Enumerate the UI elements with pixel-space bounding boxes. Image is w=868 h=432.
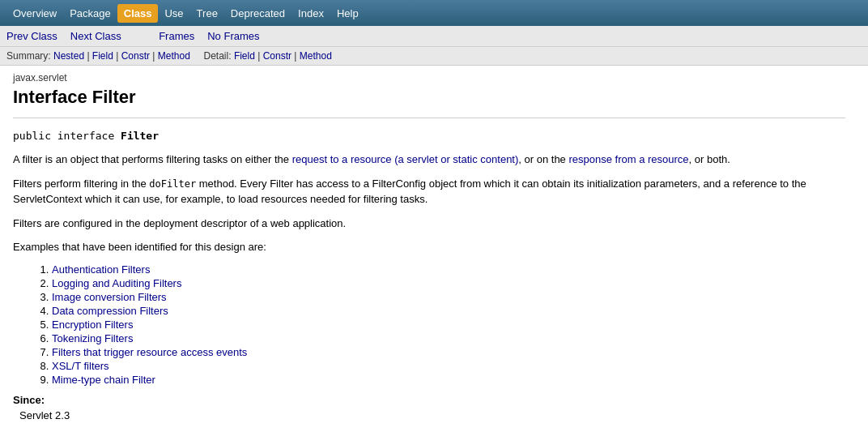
nav-overview[interactable]: Overview — [6, 2, 63, 24]
signature-prefix: public interface — [13, 130, 121, 142]
content-divider — [13, 118, 845, 118]
examples-list: Authentication Filters Logging and Audit… — [52, 263, 845, 386]
nav-package[interactable]: Package — [63, 2, 117, 24]
example-link-1[interactable]: Authentication Filters — [52, 263, 150, 276]
summary-method[interactable]: Method — [158, 50, 190, 62]
detail-method[interactable]: Method — [300, 50, 332, 62]
since-label: Since: — [13, 394, 845, 406]
list-item: Mime-type chain Filter — [52, 374, 845, 386]
second-bar: Prev Class Next Class Frames No Frames — [0, 26, 868, 47]
next-class-link[interactable]: Next Class — [70, 30, 121, 42]
list-item: Tokenizing Filters — [52, 332, 845, 344]
signature-class: Filter — [121, 130, 159, 142]
detail-field[interactable]: Field — [234, 50, 255, 62]
example-link-6[interactable]: Tokenizing Filters — [52, 332, 133, 344]
top-nav-bar: Overview Package Class Use Tree Deprecat… — [0, 0, 868, 26]
description-3: Filters are configured in the deployment… — [13, 216, 845, 232]
prev-class-link[interactable]: Prev Class — [6, 30, 57, 42]
response-link[interactable]: response from a resource — [568, 153, 688, 165]
frames-link[interactable]: Frames — [159, 30, 194, 42]
summary-label: Summary: — [6, 50, 51, 62]
request-link[interactable]: request to a resource (a servlet or stat… — [292, 153, 519, 165]
example-link-9[interactable]: Mime-type chain Filter — [52, 374, 155, 386]
no-frames-link[interactable]: No Frames — [207, 30, 259, 42]
summary-constr[interactable]: Constr — [121, 50, 150, 62]
description-2: Filters perform filtering in the doFilte… — [13, 176, 845, 207]
nav-tree[interactable]: Tree — [190, 2, 224, 24]
summary-field[interactable]: Field — [92, 50, 113, 62]
example-link-8[interactable]: XSL/T filters — [52, 360, 109, 372]
bar-separator — [134, 30, 146, 42]
description-1: A filter is an object that performs filt… — [13, 152, 845, 168]
example-link-7[interactable]: Filters that trigger resource access eve… — [52, 346, 247, 358]
nav-class[interactable]: Class — [117, 4, 159, 23]
detail-label: Detail: — [204, 50, 232, 62]
class-signature: public interface Filter — [13, 130, 845, 142]
list-item: Data compression Filters — [52, 305, 845, 317]
list-item: Authentication Filters — [52, 263, 845, 276]
detail-constr[interactable]: Constr — [263, 50, 291, 62]
since-value: Servlet 2.3 — [19, 409, 845, 421]
package-name: javax.servlet — [13, 72, 845, 83]
example-link-4[interactable]: Data compression Filters — [52, 305, 168, 317]
nav-use[interactable]: Use — [158, 2, 189, 24]
class-title: Interface Filter — [13, 87, 845, 108]
nav-help[interactable]: Help — [330, 2, 365, 24]
example-link-5[interactable]: Encryption Filters — [52, 319, 133, 331]
summary-bar: Summary: Nested | Field | Constr | Metho… — [0, 47, 868, 66]
summary-nested[interactable]: Nested — [53, 50, 84, 62]
main-content: javax.servlet Interface Filter public in… — [0, 66, 858, 428]
nav-deprecated[interactable]: Deprecated — [224, 2, 291, 24]
example-link-3[interactable]: Image conversion Filters — [52, 291, 167, 303]
dofilter-code: doFilter — [149, 178, 196, 190]
since-section: Since: Servlet 2.3 — [13, 394, 845, 421]
list-item: Encryption Filters — [52, 319, 845, 331]
list-item: Image conversion Filters — [52, 291, 845, 303]
list-item: Logging and Auditing Filters — [52, 277, 845, 289]
description-4: Examples that have been identified for t… — [13, 239, 845, 255]
list-item: Filters that trigger resource access eve… — [52, 346, 845, 358]
example-link-2[interactable]: Logging and Auditing Filters — [52, 277, 181, 289]
list-item: XSL/T filters — [52, 360, 845, 372]
nav-index[interactable]: Index — [291, 2, 330, 24]
